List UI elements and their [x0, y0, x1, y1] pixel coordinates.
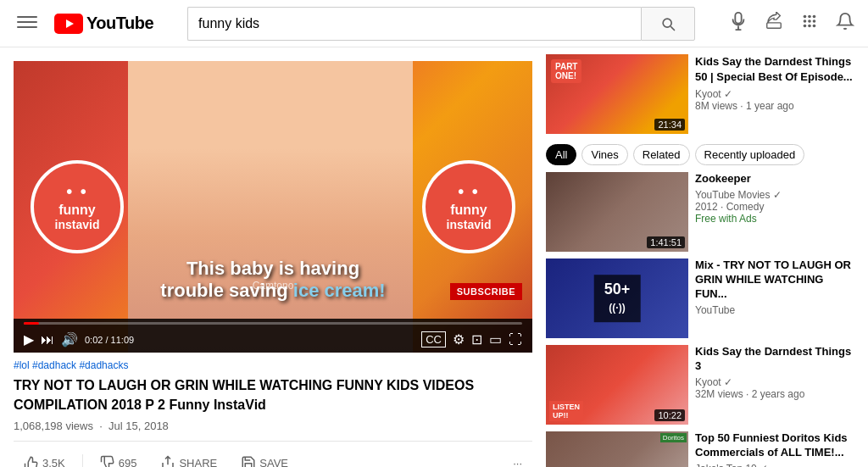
sidebar-thumb-3: LISTENUP!! 10:22	[546, 345, 688, 425]
video-title: TRY NOT TO LAUGH OR GRIN WHILE WATCHING …	[14, 376, 532, 414]
subscribe-overlay: SUBSCRIBE	[450, 283, 522, 300]
svg-rect-1	[17, 21, 37, 23]
logo-text: YouTube	[86, 14, 153, 33]
sidebar-meta-3: 32M views · 2 years ago	[695, 388, 854, 400]
like-divider	[82, 454, 83, 467]
svg-rect-0	[17, 16, 37, 18]
header: YouTube	[0, 0, 868, 47]
play-button[interactable]: ▶	[24, 331, 34, 347]
search-form	[187, 7, 695, 41]
sidebar-video-info-1: Zookeeper YouTube Movies ✓ 2012 · Comedy…	[695, 172, 854, 252]
svg-point-6	[804, 15, 807, 19]
volume-button[interactable]: 🔊	[61, 331, 78, 347]
video-actions: 3.5K 695 SHARE SAVE ···	[14, 441, 532, 467]
video-info: #lol #dadhack #dadhacks TRY NOT TO LAUGH…	[14, 353, 532, 467]
cc-button[interactable]: CC	[421, 331, 446, 347]
controls-row: ▶ ⏭ 🔊 0:02 / 11:09 CC ⚙ ⊡ ▭ ⛶	[24, 331, 522, 347]
miniplayer-button[interactable]: ⊡	[471, 331, 482, 347]
svg-point-12	[804, 25, 807, 28]
save-button[interactable]: SAVE	[231, 448, 298, 467]
tab-all[interactable]: All	[546, 144, 576, 165]
sidebar-video-4[interactable]: Doritos 17:29 Top 50 Funniest Doritos Ki…	[546, 431, 854, 467]
video-area: • • funny instavid • • funny instavid Th…	[0, 47, 546, 467]
sidebar-video-info-4: Top 50 Funniest Doritos Kids Commercials…	[695, 431, 854, 467]
video-player[interactable]: • • funny instavid • • funny instavid Th…	[14, 61, 532, 353]
featured-duration: 21:34	[654, 119, 685, 131]
menu-button[interactable]	[14, 8, 41, 38]
progress-fill	[24, 322, 39, 325]
svg-point-13	[808, 25, 811, 28]
sidebar-title-4: Top 50 Funniest Doritos Kids Commercials…	[695, 431, 854, 460]
sidebar-video-2[interactable]: 50+((·)) Mix - TRY NOT TO LAUGH OR GRIN …	[546, 259, 854, 338]
sidebar-video-info-3: Kids Say the Darndest Things 3 Kyoot ✓ 3…	[695, 345, 854, 425]
next-button[interactable]: ⏭	[41, 332, 54, 347]
svg-point-7	[808, 15, 811, 19]
channel-logo-left: • • funny instavid	[31, 160, 124, 253]
apps-icon[interactable]	[800, 12, 819, 35]
tab-recently-uploaded[interactable]: Recently uploaded	[695, 144, 805, 165]
sidebar-thumb-4: Doritos 17:29	[546, 431, 688, 467]
featured-meta: 8M views · 1 year ago	[695, 100, 854, 112]
svg-point-8	[813, 15, 816, 19]
video-thumbnail: • • funny instavid • • funny instavid Th…	[14, 61, 532, 353]
dislike-button[interactable]: 695	[90, 448, 147, 467]
sidebar-50plus: 50+((·))	[594, 275, 641, 322]
sidebar-channel-4: Jake's Top 10 ✓	[695, 463, 854, 467]
search-input[interactable]	[187, 7, 641, 41]
view-count: 1,068,198 views	[14, 420, 93, 432]
featured-thumbnail: PARTONE! 21:34	[546, 54, 688, 134]
featured-channel: Kyoot ✓	[695, 88, 854, 100]
svg-point-10	[808, 19, 811, 23]
share-button[interactable]: SHARE	[150, 448, 227, 467]
watermark: Camtono	[253, 280, 294, 292]
header-actions	[729, 12, 854, 35]
video-face	[128, 61, 414, 353]
sidebar-channel-3: Kyoot ✓	[695, 376, 854, 388]
tab-vines[interactable]: Vines	[581, 144, 627, 165]
filter-tabs: All Vines Related Recently uploaded	[546, 144, 854, 165]
sidebar-channel-1: YouTube Movies ✓	[695, 189, 854, 201]
sidebar-title-3: Kids Say the Darndest Things 3	[695, 345, 854, 374]
tab-related[interactable]: Related	[633, 144, 690, 165]
bell-icon[interactable]	[836, 12, 854, 35]
sidebar-channel-2: YouTube	[695, 304, 854, 316]
part-one-badge: PARTONE!	[551, 59, 581, 83]
mic-icon[interactable]	[729, 12, 748, 35]
svg-point-9	[804, 19, 807, 23]
youtube-logo[interactable]: YouTube	[54, 14, 153, 34]
theater-button[interactable]: ▭	[489, 331, 502, 347]
sidebar-title-1: Zookeeper	[695, 172, 854, 186]
channel-logo-right: • • funny instavid	[422, 160, 515, 253]
verified-icon: ✓	[724, 88, 732, 100]
player-controls: ▶ ⏭ 🔊 0:02 / 11:09 CC ⚙ ⊡ ▭ ⛶	[14, 319, 532, 353]
sidebar-thumb-1: 1:41:51	[546, 172, 688, 252]
sidebar-thumb-2: 50+((·))	[546, 259, 688, 338]
listen-badge: LISTENUP!!	[549, 401, 583, 421]
upload-date: Jul 15, 2018	[108, 420, 169, 432]
svg-point-11	[813, 19, 816, 23]
svg-rect-5	[767, 23, 782, 28]
sidebar-video-info-2: Mix - TRY NOT TO LAUGH OR GRIN WHILE WAT…	[695, 259, 854, 338]
sidebar-video-3[interactable]: LISTENUP!! 10:22 Kids Say the Darndest T…	[546, 345, 854, 425]
upload-icon[interactable]	[765, 12, 783, 35]
doritos-badge: Doritos	[660, 433, 687, 442]
sidebar-duration-3: 10:22	[654, 409, 685, 421]
like-button[interactable]: 3.5K	[14, 448, 75, 467]
more-actions-button[interactable]: ···	[503, 450, 532, 467]
settings-button[interactable]: ⚙	[453, 331, 465, 347]
featured-video[interactable]: PARTONE! 21:34 Kids Say the Darndest Thi…	[546, 54, 854, 134]
featured-info: Kids Say the Darndest Things 50 | Specia…	[695, 54, 854, 134]
sidebar-duration-1: 1:41:51	[647, 236, 685, 248]
sidebar-video-1[interactable]: 1:41:51 Zookeeper YouTube Movies ✓ 2012 …	[546, 172, 854, 252]
svg-point-14	[813, 25, 816, 28]
search-button[interactable]	[641, 7, 695, 41]
sidebar: PARTONE! 21:34 Kids Say the Darndest Thi…	[546, 47, 868, 467]
header-left: YouTube	[14, 8, 153, 38]
sidebar-meta-1: 2012 · Comedy	[695, 201, 854, 213]
featured-title: Kids Say the Darndest Things 50 | Specia…	[695, 54, 854, 85]
video-hashtags[interactable]: #lol #dadhack #dadhacks	[14, 359, 532, 371]
fullscreen-button[interactable]: ⛶	[509, 332, 522, 347]
progress-bar[interactable]	[24, 322, 522, 325]
main-container: • • funny instavid • • funny instavid Th…	[0, 47, 868, 467]
video-meta: 1,068,198 views · Jul 15, 2018	[14, 420, 532, 432]
